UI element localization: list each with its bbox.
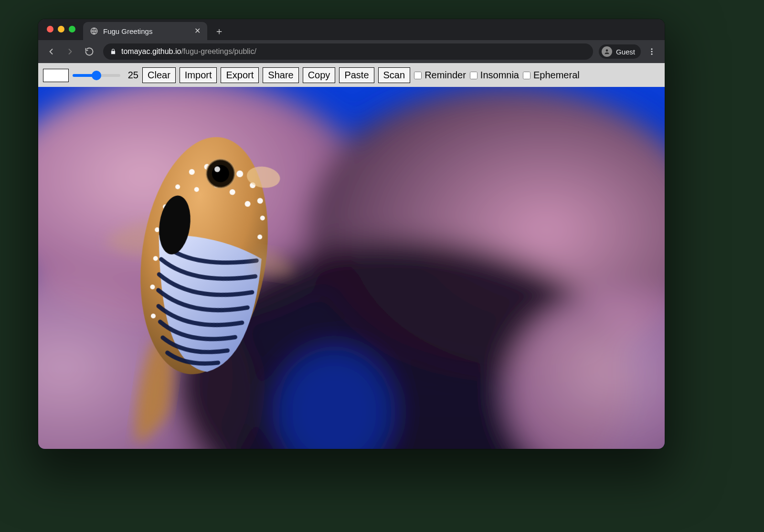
ephemeral-checkbox[interactable]: Ephemeral — [523, 70, 580, 81]
insomnia-label: Insomnia — [480, 70, 519, 81]
browser-window: Fugu Greetings ✕ ＋ tomayac.github.io/fu — [38, 19, 665, 449]
app-toolbar: 25 Clear Import Export Share Copy Paste … — [38, 63, 665, 87]
profile-button[interactable]: Guest — [599, 44, 641, 59]
svg-point-2 — [651, 48, 653, 50]
copy-button[interactable]: Copy — [303, 67, 336, 83]
url-path: /fugu-greetings/public/ — [181, 47, 256, 55]
kebab-menu-button[interactable] — [644, 43, 660, 60]
address-bar[interactable]: tomayac.github.io/fugu-greetings/public/ — [103, 43, 593, 60]
svg-point-1 — [606, 49, 608, 52]
reminder-checkbox-input[interactable] — [414, 72, 422, 79]
back-button[interactable] — [43, 43, 59, 60]
ephemeral-label: Ephemeral — [533, 70, 580, 81]
url-text: tomayac.github.io/fugu-greetings/public/ — [121, 47, 256, 56]
paste-button[interactable]: Paste — [339, 67, 374, 83]
insomnia-checkbox-input[interactable] — [470, 72, 478, 79]
toolbar-row: tomayac.github.io/fugu-greetings/public/… — [38, 40, 665, 63]
new-tab-button[interactable]: ＋ — [212, 24, 226, 38]
svg-point-4 — [651, 53, 653, 55]
lock-icon — [110, 48, 117, 55]
window-controls — [47, 26, 75, 32]
export-button[interactable]: Export — [221, 67, 259, 83]
insomnia-checkbox[interactable]: Insomnia — [470, 70, 519, 81]
window-minimize-button[interactable] — [58, 26, 64, 32]
tab-title: Fugu Greetings — [103, 27, 152, 35]
profile-label: Guest — [616, 48, 635, 56]
scan-button[interactable]: Scan — [378, 67, 411, 83]
brush-size-slider[interactable] — [73, 74, 120, 77]
forward-button[interactable] — [62, 43, 78, 60]
close-icon[interactable]: ✕ — [194, 27, 201, 35]
ephemeral-checkbox-input[interactable] — [523, 72, 531, 79]
window-maximize-button[interactable] — [69, 26, 75, 32]
brush-size-control: 25 — [73, 70, 138, 81]
share-button[interactable]: Share — [263, 67, 298, 83]
import-button[interactable]: Import — [180, 67, 217, 83]
reminder-checkbox[interactable]: Reminder — [414, 70, 466, 81]
background-image — [38, 87, 665, 449]
svg-point-3 — [651, 51, 653, 53]
color-swatch[interactable] — [43, 69, 69, 82]
tab-active[interactable]: Fugu Greetings ✕ — [83, 22, 207, 40]
url-host: tomayac.github.io — [121, 47, 181, 55]
drawing-canvas[interactable] — [38, 87, 665, 449]
clear-button[interactable]: Clear — [142, 67, 176, 83]
tab-strip: Fugu Greetings ✕ ＋ — [38, 19, 665, 40]
globe-icon — [90, 27, 98, 35]
window-close-button[interactable] — [47, 26, 53, 32]
reload-button[interactable] — [81, 43, 97, 60]
brush-size-value: 25 — [125, 70, 138, 81]
reminder-label: Reminder — [424, 70, 466, 81]
avatar-icon — [602, 46, 612, 57]
